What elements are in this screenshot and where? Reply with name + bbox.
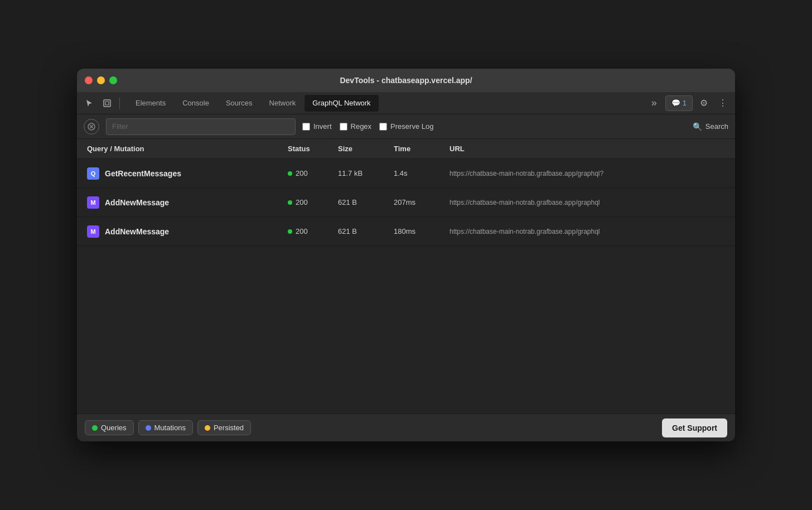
table-container: Query / Mutation Status Size Time URL Q … [77, 139, 735, 413]
tab-sources[interactable]: Sources [218, 95, 260, 112]
header-time: Time [390, 145, 446, 153]
regex-label: Regex [351, 122, 372, 131]
time-cell-0: 1.4s [390, 169, 446, 177]
status-cell-0: 200 [284, 169, 335, 177]
persisted-dot [205, 425, 210, 431]
clear-filter-button[interactable] [84, 119, 99, 134]
preserve-log-label: Preserve Log [390, 122, 433, 131]
url-cell-2: https://chatbase-main-notrab.grafbase.ap… [446, 228, 728, 235]
header-size: Size [335, 145, 390, 153]
svg-rect-0 [104, 100, 110, 107]
search-label: Search [705, 122, 728, 131]
size-cell-1: 621 B [335, 198, 390, 206]
empty-area [77, 246, 735, 413]
chat-icon: 💬 [671, 99, 680, 107]
mutations-dot [146, 425, 151, 431]
svg-rect-1 [105, 102, 109, 105]
header-status: Status [284, 145, 335, 153]
window-title: DevTools - chatbaseapp.vercel.app/ [340, 76, 472, 85]
settings-button[interactable]: ⚙ [696, 95, 712, 111]
table-row[interactable]: M AddNewMessage 200 621 B 180ms https://… [77, 217, 735, 246]
status-dot-2 [288, 229, 292, 234]
query-name-2: AddNewMessage [105, 227, 169, 236]
filter-input[interactable] [106, 118, 296, 135]
header-query-mutation: Query / Mutation [84, 145, 284, 153]
preserve-log-checkbox-label[interactable]: Preserve Log [379, 122, 433, 131]
devtools-window: DevTools - chatbaseapp.vercel.app/ Eleme… [77, 69, 735, 441]
tab-elements[interactable]: Elements [128, 95, 173, 112]
preserve-log-checkbox[interactable] [379, 123, 387, 131]
status-cell-2: 200 [284, 227, 335, 235]
tab-bar-right: » 💬 1 ⚙ ⋮ [646, 95, 731, 111]
persisted-legend-item[interactable]: Persisted [197, 420, 251, 435]
invert-checkbox[interactable] [302, 123, 310, 131]
maximize-button[interactable] [109, 76, 117, 84]
time-cell-2: 180ms [390, 227, 446, 235]
inspect-icon-button[interactable] [99, 95, 115, 111]
minimize-button[interactable] [97, 76, 105, 84]
bottom-bar: Queries Mutations Persisted Get Support [77, 413, 735, 441]
table-header: Query / Mutation Status Size Time URL [77, 139, 735, 159]
query-cell-0: Q GetRecentMessages [84, 167, 284, 180]
status-cell-1: 200 [284, 198, 335, 206]
status-dot-0 [288, 171, 292, 176]
chat-badge-button[interactable]: 💬 1 [665, 95, 693, 111]
size-cell-2: 621 B [335, 227, 390, 235]
mutations-legend-item[interactable]: Mutations [138, 420, 193, 435]
tab-bar: Elements Console Sources Network GraphQL… [77, 92, 735, 114]
time-cell-1: 207ms [390, 198, 446, 206]
table-row[interactable]: M AddNewMessage 200 621 B 207ms https://… [77, 188, 735, 217]
invert-label: Invert [313, 122, 332, 131]
persisted-label: Persisted [214, 424, 244, 432]
queries-legend-item[interactable]: Queries [85, 420, 134, 435]
queries-label: Queries [101, 424, 127, 432]
table-row[interactable]: Q GetRecentMessages 200 11.7 kB 1.4s htt… [77, 159, 735, 188]
type-badge-m-1: M [87, 196, 99, 209]
traffic-lights [85, 76, 117, 84]
tab-graphql-network[interactable]: GraphQL Network [304, 95, 378, 112]
query-cell-2: M AddNewMessage [84, 225, 284, 238]
mutations-label: Mutations [154, 424, 186, 432]
status-code-1: 200 [296, 198, 308, 206]
size-cell-0: 11.7 kB [335, 169, 390, 177]
regex-checkbox-label[interactable]: Regex [340, 122, 372, 131]
queries-dot [92, 425, 98, 431]
header-url: URL [446, 145, 728, 153]
invert-checkbox-label[interactable]: Invert [302, 122, 332, 131]
search-button[interactable]: 🔍 Search [693, 122, 728, 131]
query-cell-1: M AddNewMessage [84, 196, 284, 209]
cursor-icon-button[interactable] [81, 95, 97, 111]
title-bar: DevTools - chatbaseapp.vercel.app/ [77, 69, 735, 92]
url-cell-1: https://chatbase-main-notrab.grafbase.ap… [446, 199, 728, 206]
tab-separator [119, 98, 120, 109]
search-icon: 🔍 [693, 122, 702, 131]
badge-count: 1 [683, 99, 687, 107]
tab-network[interactable]: Network [262, 95, 304, 112]
filter-options: Invert Regex Preserve Log [302, 122, 433, 131]
filter-bar: Invert Regex Preserve Log 🔍 Search [77, 114, 735, 139]
status-code-2: 200 [296, 227, 308, 235]
more-tabs-button[interactable]: » [646, 95, 662, 111]
tab-bar-icons [81, 95, 122, 111]
type-badge-q: Q [87, 167, 99, 180]
query-name-0: GetRecentMessages [105, 169, 181, 178]
tab-console[interactable]: Console [175, 95, 217, 112]
type-badge-m-2: M [87, 225, 99, 238]
get-support-button[interactable]: Get Support [662, 418, 727, 437]
status-code-0: 200 [296, 169, 308, 177]
regex-checkbox[interactable] [340, 123, 347, 131]
more-menu-button[interactable]: ⋮ [715, 95, 731, 111]
url-cell-0: https://chatbase-main-notrab.grafbase.ap… [446, 170, 728, 177]
status-dot-1 [288, 200, 292, 205]
close-button[interactable] [85, 76, 93, 84]
query-name-1: AddNewMessage [105, 198, 169, 207]
